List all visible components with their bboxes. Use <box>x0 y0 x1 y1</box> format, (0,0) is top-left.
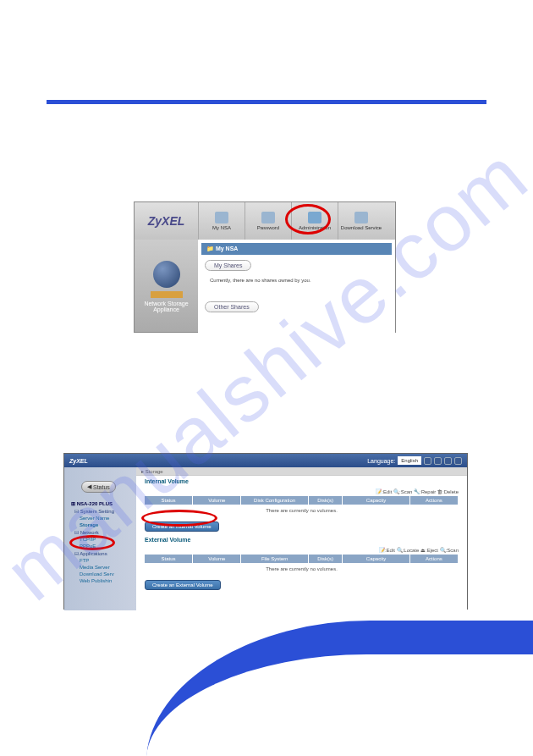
tree-system[interactable]: ⊟ System Setting <box>68 507 133 515</box>
fig1-topbar: ZyXEL My NSA Password Administration Dow… <box>135 202 395 240</box>
highlight-circle <box>69 535 115 550</box>
device-icon <box>151 291 183 298</box>
th-capacity: Capacity <box>343 496 410 505</box>
th-actions: Actions <box>410 496 459 505</box>
tree-download[interactable]: Download Serv <box>68 571 133 577</box>
internal-actions[interactable]: 📝:Edit 🔍:Scan 🔧:Repair 🗑:Delete <box>136 487 467 496</box>
tree-apps[interactable]: ⊟ Applications <box>68 549 133 557</box>
empty-text: Currently, there are no shares owned by … <box>201 276 392 284</box>
figure-admin-screenshot: ZyXEL My NSA Password Administration Dow… <box>134 201 396 333</box>
logout-icon[interactable] <box>454 457 462 465</box>
lang-label: Language: <box>367 458 395 464</box>
highlight-circle <box>141 510 217 527</box>
fig2-topbar: ZyXEL Language: English <box>64 454 467 467</box>
brand-logo: ZyXEL <box>135 214 198 228</box>
fig1-panel: 📁 My NSA My Shares Currently, there are … <box>198 240 395 334</box>
external-actions[interactable]: 📝:Edit 🔍:Locate ⏏:Eject 🔍:Scan <box>136 545 467 555</box>
other-shares-button[interactable]: Other Shares <box>205 301 259 312</box>
header-divider <box>47 100 486 104</box>
th-disks: Disk(s) <box>309 496 343 505</box>
user-icon[interactable] <box>444 457 452 465</box>
external-title: External Volume <box>136 534 467 545</box>
tab-download-service[interactable]: Download Service <box>338 202 384 240</box>
figure-storage-screenshot: ZyXEL Language: English ◀ Status ⊞ NSA-2… <box>63 453 468 610</box>
th-volume: Volume <box>193 555 241 563</box>
th-volume: Volume <box>193 496 241 505</box>
breadcrumb: ▸ Storage <box>136 467 467 476</box>
footer-decoration <box>195 688 533 756</box>
help-icon[interactable] <box>424 457 431 465</box>
globe-icon <box>153 261 180 288</box>
panel-header: 📁 My NSA <box>201 243 392 255</box>
create-external-button[interactable]: Create an External Volume <box>145 580 221 590</box>
th-capacity: Capacity <box>343 555 410 563</box>
tab-label: My NSA <box>212 225 231 230</box>
internal-table-header: Status Volume Disk Configuration Disk(s)… <box>145 496 459 505</box>
device-label: Network Storage Appliance <box>135 301 198 312</box>
server-icon <box>215 212 228 223</box>
tab-administration[interactable]: Administration <box>291 202 338 240</box>
th-disk-config: Disk Configuration <box>241 496 309 505</box>
tab-label: Download Service <box>341 225 382 230</box>
brand-logo: ZyXEL <box>69 458 88 464</box>
info-icon[interactable] <box>434 457 442 465</box>
tree-server[interactable]: Server Name <box>68 515 133 521</box>
status-button[interactable]: ◀ Status <box>81 481 116 493</box>
th-disks: Disk(s) <box>309 555 343 563</box>
th-filesystem: File System <box>241 555 309 563</box>
highlight-circle <box>285 204 331 235</box>
language-selector[interactable]: Language: English <box>367 456 462 465</box>
tree-media[interactable]: Media Server <box>68 564 133 571</box>
nav-tree: ⊞ NSA-220 PLUS ⊟ System Setting Server N… <box>64 498 136 586</box>
th-status: Status <box>145 555 193 563</box>
fig2-sidebar: ◀ Status ⊞ NSA-220 PLUS ⊟ System Setting… <box>64 467 136 610</box>
tree-web[interactable]: Web Publishin <box>68 577 133 584</box>
th-actions: Actions <box>410 555 459 563</box>
tree-storage[interactable]: Storage <box>68 521 133 528</box>
internal-title: Internal Volume <box>136 476 467 487</box>
tree-ftp[interactable]: FTP <box>68 557 133 564</box>
external-table-header: Status Volume File System Disk(s) Capaci… <box>145 555 459 563</box>
external-empty: There are currently no volumes. <box>136 563 467 575</box>
fig1-sidebar: Network Storage Appliance <box>135 240 198 334</box>
tree-root[interactable]: ⊞ NSA-220 PLUS <box>68 499 133 507</box>
lang-dropdown[interactable]: English <box>398 456 421 465</box>
tab-label: Password <box>257 225 279 230</box>
download-icon <box>354 212 368 223</box>
key-icon <box>261 212 275 223</box>
my-shares-button[interactable]: My Shares <box>205 260 251 271</box>
tab-my-nsa[interactable]: My NSA <box>198 202 245 240</box>
tab-password[interactable]: Password <box>245 202 291 240</box>
th-status: Status <box>145 496 193 505</box>
fig2-main: ▸ Storage Internal Volume 📝:Edit 🔍:Scan … <box>136 467 467 610</box>
